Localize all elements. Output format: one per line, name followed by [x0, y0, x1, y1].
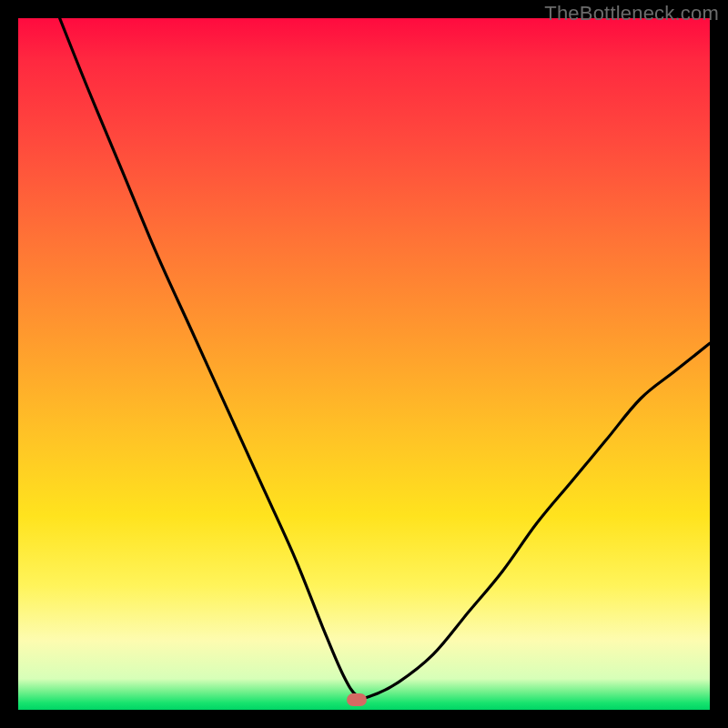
chart-frame: TheBottleneck.com — [0, 0, 728, 728]
bottleneck-curve — [18, 18, 710, 710]
minimum-marker — [347, 693, 367, 706]
plot-area — [18, 18, 710, 710]
watermark-text: TheBottleneck.com — [544, 2, 719, 25]
